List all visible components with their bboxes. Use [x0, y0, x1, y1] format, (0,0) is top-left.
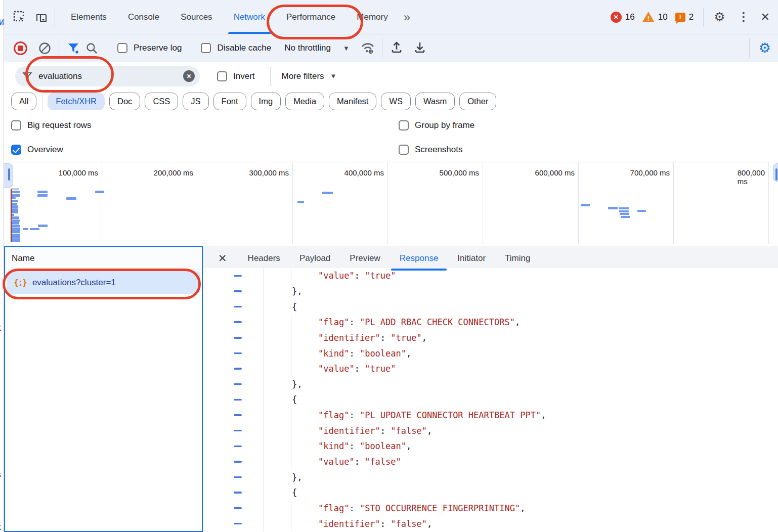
token-string: "false" [391, 426, 427, 436]
fold-collapse-icon[interactable] [234, 368, 242, 370]
type-filter-wasm[interactable]: Wasm [415, 93, 455, 110]
issues-badge-icon[interactable]: ! [675, 13, 685, 22]
type-filter-all[interactable]: All [11, 93, 36, 110]
fold-collapse-icon[interactable] [234, 290, 242, 292]
detail-tab-timing[interactable]: Timing [495, 246, 540, 271]
type-filter-css[interactable]: CSS [145, 93, 178, 110]
fold-collapse-icon[interactable] [234, 461, 242, 463]
fold-gutter [203, 330, 264, 346]
filter-icon[interactable] [64, 41, 82, 55]
warning-badge-icon[interactable]: ! [642, 12, 655, 22]
import-har-icon[interactable] [387, 41, 406, 55]
timeline-gridline [673, 162, 674, 244]
tab-performance[interactable]: Performance [276, 0, 346, 34]
type-filter-fetch-xhr[interactable]: Fetch/XHR [48, 93, 105, 110]
request-name: evaluations?cluster=1 [32, 278, 116, 288]
more-filters-dropdown[interactable]: More filters ▼ [282, 71, 337, 81]
token-string: "flag" [318, 503, 349, 513]
type-filter-img[interactable]: Img [251, 93, 281, 110]
type-filter-ws[interactable]: WS [381, 93, 411, 110]
token-string: "PL_UPDATE_CONNECTOR_HEARTBEAT_PPT" [360, 410, 541, 420]
overview-checkbox[interactable]: Overview [11, 145, 63, 155]
tab-elements[interactable]: Elements [60, 0, 117, 34]
fold-collapse-icon[interactable] [234, 275, 242, 277]
token-string: "identifier" [318, 426, 380, 436]
detail-tab-payload[interactable]: Payload [290, 246, 340, 271]
detail-tab-response[interactable]: Response [390, 246, 448, 271]
token-string: "true" [365, 364, 396, 374]
invert-filter-checkbox[interactable]: Invert [217, 71, 255, 81]
table-row-request[interactable]: {;}evaluations?cluster=1 [7, 271, 200, 294]
devtools-tab-strip: ElementsConsoleSourcesNetworkPerformance… [60, 0, 399, 34]
code-text: { [264, 394, 297, 405]
network-overview-timeline[interactable]: 100,000 ms200,000 ms300,000 ms400,000 ms… [4, 162, 778, 245]
customize-menu-icon[interactable]: ⋮ [733, 10, 754, 24]
throttling-dropdown[interactable]: No throttling ▼ [284, 43, 350, 53]
inspect-element-icon[interactable] [11, 9, 28, 26]
close-devtools-icon[interactable]: ✕ [758, 11, 776, 24]
fold-collapse-icon[interactable] [234, 383, 242, 385]
code-text: "value": "true" [264, 364, 396, 374]
filter-input[interactable]: evaluations ✕ [15, 66, 200, 86]
type-filter-doc[interactable]: Doc [109, 93, 140, 110]
device-toolbar-icon[interactable] [32, 9, 50, 26]
network-conditions-icon[interactable] [359, 41, 377, 55]
overview-left-drag-handle[interactable] [4, 163, 13, 188]
fold-collapse-icon[interactable] [234, 352, 242, 354]
tab-memory[interactable]: Memory [346, 0, 398, 34]
waterfall-bar [11, 188, 19, 190]
fold-collapse-icon[interactable] [234, 321, 242, 323]
big-request-rows-checkbox[interactable]: Big request rows [11, 120, 92, 130]
fold-collapse-icon[interactable] [234, 446, 242, 448]
screenshots-checkbox[interactable]: Screenshots [399, 145, 463, 155]
token-string: "true" [365, 271, 396, 281]
network-settings-gear-icon[interactable]: ⚙ [759, 40, 771, 56]
detail-tab-initiator[interactable]: Initiator [448, 246, 495, 271]
type-filter-js[interactable]: JS [183, 93, 208, 110]
fold-collapse-icon[interactable] [234, 430, 242, 432]
fold-collapse-icon[interactable] [234, 337, 242, 339]
code-text: "identifier": "false", [264, 519, 432, 529]
devtools-main-toolbar: ElementsConsoleSourcesNetworkPerformance… [4, 0, 778, 34]
fold-collapse-icon[interactable] [234, 492, 242, 494]
token-punctuation: }, [292, 286, 302, 296]
fold-collapse-icon[interactable] [234, 306, 242, 308]
name-column-header[interactable]: Name [5, 247, 202, 270]
close-detail-pane-icon[interactable]: ✕ [203, 246, 238, 271]
fold-collapse-icon[interactable] [234, 476, 242, 478]
fold-gutter [203, 284, 264, 299]
settings-gear-icon[interactable]: ⚙ [709, 11, 729, 23]
clear-network-log-icon[interactable] [35, 42, 54, 55]
clear-filter-icon[interactable]: ✕ [183, 70, 195, 82]
preserve-log-checkbox[interactable]: Preserve log [117, 43, 182, 53]
code-text: "flag": "PL_ADD_RBAC_CHECK_CONNECTORS", [264, 317, 520, 327]
indent-guide [291, 423, 291, 438]
search-icon[interactable] [82, 42, 101, 55]
response-body-viewer[interactable]: "value": "true"},{"flag": "PL_ADD_RBAC_C… [203, 268, 778, 532]
code-text: "value": "true" [264, 271, 396, 281]
export-har-icon[interactable] [411, 41, 429, 55]
error-badge-icon[interactable]: ✕ [611, 12, 622, 23]
fold-collapse-icon[interactable] [234, 507, 242, 509]
code-text: { [264, 302, 297, 312]
group-by-frame-checkbox[interactable]: Group by frame [399, 120, 474, 130]
token-punctuation: : [349, 441, 359, 451]
more-tabs-icon[interactable]: » [399, 10, 414, 24]
detail-tab-headers[interactable]: Headers [238, 246, 290, 271]
record-network-log-button[interactable] [14, 41, 27, 55]
type-filter-manifest[interactable]: Manifest [329, 93, 376, 110]
type-filter-media[interactable]: Media [285, 93, 324, 110]
type-filter-font[interactable]: Font [213, 93, 246, 110]
fold-collapse-icon[interactable] [234, 414, 242, 416]
overview-right-drag-handle[interactable] [773, 163, 778, 182]
type-filter-other[interactable]: Other [459, 93, 496, 110]
fold-collapse-icon[interactable] [234, 399, 242, 401]
tab-console[interactable]: Console [117, 0, 170, 34]
disable-cache-checkbox[interactable]: Disable cache [201, 43, 271, 53]
waterfall-bar [95, 191, 104, 193]
fold-gutter [203, 423, 264, 438]
tab-network[interactable]: Network [223, 0, 276, 34]
fold-collapse-icon[interactable] [234, 523, 242, 525]
detail-tab-preview[interactable]: Preview [340, 246, 390, 271]
tab-sources[interactable]: Sources [170, 0, 223, 34]
